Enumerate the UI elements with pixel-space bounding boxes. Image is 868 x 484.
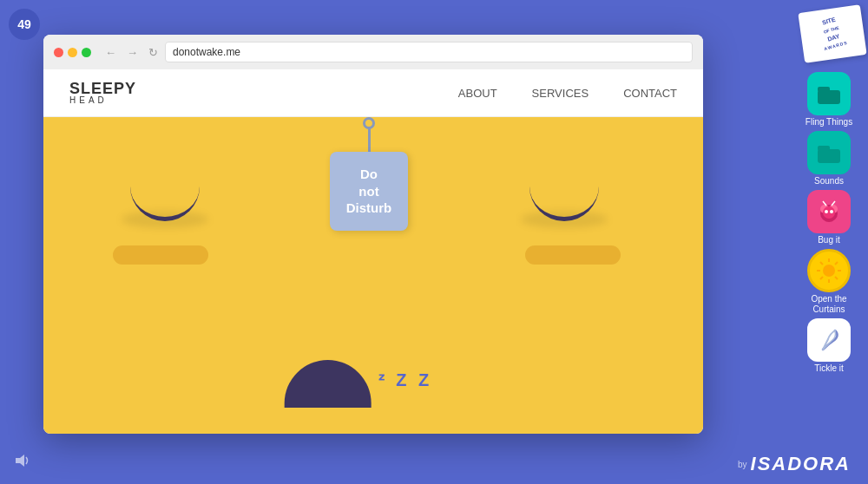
logo-head: HEAD <box>69 96 136 105</box>
sounds-icon <box>807 131 851 174</box>
nav-links: ABOUT SERVICES CONTACT <box>458 87 677 100</box>
sounds-label: Sounds <box>814 176 844 186</box>
mouth-area: ᶻ Z Z <box>285 360 433 408</box>
close-button[interactable] <box>54 48 63 57</box>
url-text: donotwake.me <box>173 46 240 58</box>
svg-rect-2 <box>818 87 830 92</box>
bug-it-icon <box>807 190 851 233</box>
volume-icon[interactable] <box>14 452 31 474</box>
svg-point-12 <box>830 210 833 213</box>
dnd-hook-stem <box>368 128 371 152</box>
by-text: by <box>738 460 747 469</box>
svg-line-19 <box>835 277 838 279</box>
badge-number: 49 <box>9 9 40 40</box>
refresh-button[interactable]: ↻ <box>148 46 158 59</box>
sidebar-item-fling-things[interactable]: Fling Things <box>806 72 852 128</box>
fling-things-icon <box>807 72 851 115</box>
dnd-sign: Do not Disturb <box>330 117 408 231</box>
face: Do not Disturb ᶻ Z Z <box>43 117 703 434</box>
logo: SLEEPY HEAD <box>69 81 136 105</box>
svg-point-8 <box>823 206 835 219</box>
sidebar-item-tickle-it[interactable]: Tickle it <box>807 318 851 374</box>
back-button[interactable]: ← <box>102 44 120 61</box>
sidebar-item-open-curtains[interactable]: Open the Curtains <box>807 249 851 315</box>
website-header: SLEEPY HEAD ABOUT SERVICES CONTACT <box>43 69 703 117</box>
dnd-card: Do not Disturb <box>330 152 408 231</box>
maximize-button[interactable] <box>82 48 91 57</box>
traffic-lights <box>54 48 91 57</box>
snore-shape <box>285 360 372 408</box>
svg-rect-4 <box>818 146 830 151</box>
browser-chrome: ← → ↻ donotwake.me <box>43 35 703 69</box>
svg-line-18 <box>820 262 823 265</box>
cheek-left <box>113 245 208 265</box>
svg-line-21 <box>820 277 823 279</box>
brand-name: ISADORA <box>751 453 851 475</box>
website-main: Do not Disturb ᶻ Z Z <box>43 117 703 434</box>
svg-point-13 <box>823 265 835 277</box>
minimize-button[interactable] <box>68 48 77 57</box>
bug-it-label: Bug it <box>818 235 840 245</box>
address-bar[interactable]: donotwake.me <box>165 42 693 62</box>
nav-buttons: ← → <box>102 44 141 61</box>
forward-button[interactable]: → <box>123 44 141 61</box>
svg-rect-3 <box>818 149 840 163</box>
tickle-it-icon <box>807 318 851 362</box>
zzz-text: ᶻ Z Z <box>378 370 433 390</box>
svg-point-11 <box>825 210 828 213</box>
sidebar-item-bug-it[interactable]: Bug it <box>807 190 851 245</box>
tickle-it-label: Tickle it <box>814 363 844 374</box>
cheek-right <box>525 245 621 265</box>
svg-rect-1 <box>818 90 840 104</box>
sidebar-item-sounds[interactable]: Sounds <box>807 131 851 186</box>
nav-services[interactable]: SERVICES <box>532 87 589 100</box>
sidebar: SITEOF THEDAYAWARDS Fling Things Sounds <box>790 0 868 484</box>
browser-window: ← → ↻ donotwake.me SLEEPY HEAD ABOUT SER… <box>43 35 703 434</box>
open-curtains-label: Open the Curtains <box>811 294 846 315</box>
svg-marker-0 <box>16 455 24 467</box>
dnd-text: Do not Disturb <box>342 166 396 217</box>
logo-sleepy: SLEEPY <box>69 81 136 96</box>
open-curtains-icon <box>807 249 851 292</box>
isadora-credit: by ISADORA <box>738 453 851 475</box>
svg-line-20 <box>835 262 838 265</box>
nav-contact[interactable]: CONTACT <box>623 87 677 100</box>
fling-things-label: Fling Things <box>806 117 852 128</box>
nav-about[interactable]: ABOUT <box>458 87 497 100</box>
award-ribbon: SITEOF THEDAYAWARDS <box>794 9 864 65</box>
